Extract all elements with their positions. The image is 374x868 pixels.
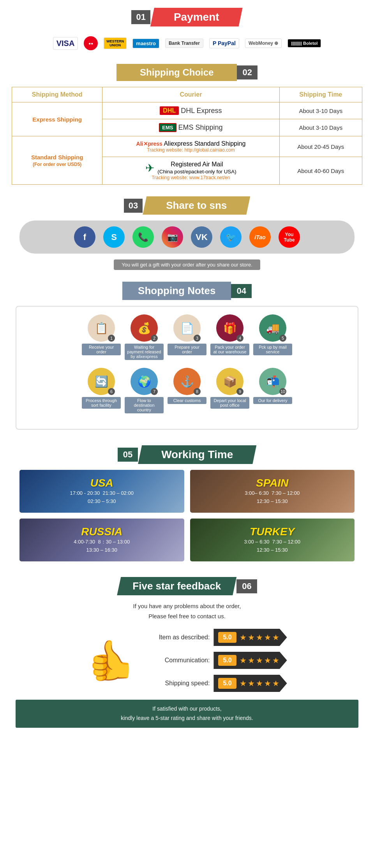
standard-shipping-label: Standard Shipping(For order over USD5) [12,136,102,185]
step-8: ⚓ 8 Clear customs [168,368,206,413]
facebook-icon[interactable]: f [74,226,95,248]
ali-tracking: Tracking website: http://global.cainiao.… [147,147,235,153]
ems-time: About 3-10 Days [279,119,362,136]
rating-shipping-stars: ★ ★ ★ ★ ★ [240,679,279,688]
step-10: 📬 10 Our for delivery [253,368,292,413]
payment-section: 01 Payment VISA ●● WESTERNUNION maestro … [0,0,374,60]
rating-described-stars: ★ ★ ★ ★ ★ [240,633,279,642]
step-4-icon: 🎁 4 [216,314,243,342]
notes-box: 📋 1 Receive your order 💰 2 Waiting for p… [16,306,358,430]
shopping-notes-section: Shopping Notes 04 📋 1 Receive your order… [0,274,374,438]
share-header: 03 Share to sns [12,196,362,215]
vk-icon[interactable]: VK [191,226,212,248]
feedback-title: Five star feedback [117,577,236,595]
share-title: Share to sns [143,196,250,215]
step-7-icon: 🌍 7 [131,368,158,395]
step-2: 💰 2 Waiting for payment released by alix… [125,314,164,360]
rating-item-described: Item as described: 5.0 ★ ★ ★ ★ ★ [147,629,287,646]
payment-icons-row: VISA ●● WESTERNUNION maestro Bank Transf… [0,32,374,54]
col-courier: Courier [102,87,279,102]
ali-name: Aliexpress Standard Shipping [164,140,245,147]
step-1-icon: 📋 1 [88,314,115,342]
social-bar: f S 📞 📷 VK 🐦 iTao YouTube [19,221,355,254]
rating-shipping-label: Shipping speed: [147,680,210,687]
feedback-section: Five star feedback 06 If you have any pr… [0,569,374,736]
express-dhl-row: Express Shipping DHL DHL Express About 3… [12,102,362,119]
airmail-logo: ✈ [145,162,154,175]
ali-logo: Ali✕press [136,141,162,147]
airmail-time: About 40-60 Days [279,157,362,185]
ems-courier-cell: EMS EMS Shipping [102,119,279,136]
ratings-list: Item as described: 5.0 ★ ★ ★ ★ ★ Communi… [147,629,287,692]
russia-card: RUSSIA 4:00-7:30 8：30 – 13:0013:30 – 16:… [19,519,184,561]
step-2-label: Waiting for payment released by alixexpr… [125,344,164,360]
feedback-header: Five star feedback 06 [12,577,362,595]
whatsapp-icon[interactable]: 📞 [132,226,154,248]
step-1: 📋 1 Receive your order [82,314,121,360]
notes-row1: 📋 1 Receive your order 💰 2 Waiting for p… [24,314,350,360]
feedback-footer-line2: kindly leave a 5-star rating and share w… [121,715,253,721]
rating-described-label: Item as described: [147,634,210,641]
ali-courier-cell: Ali✕press Aliexpress Standard Shipping T… [102,136,279,157]
standard-ali-row: Standard Shipping(For order over USD5) A… [12,136,362,157]
step-7: 🌍 7 Flow to destination country [125,368,164,413]
step-6-icon: 🔄 6 [88,368,115,395]
payment-header: 01 Payment [0,8,374,26]
russia-times: 4:00-7:30 8：30 – 13:0013:30 – 16:30 [23,538,180,554]
western-union-icon: WESTERNUNION [104,37,127,49]
turkey-card: TURKEY 3:00 – 6:30 7:30 – 12:0012:30 – 1… [190,519,355,561]
instagram-icon[interactable]: 📷 [162,226,183,248]
visa-icon: VISA [53,37,78,50]
spain-country: SPAIN [194,477,351,489]
rating-shipping-arrow: 5.0 ★ ★ ★ ★ ★ [213,675,287,692]
rating-shipping-score: 5.0 [218,678,236,689]
webmoney-icon: WebMoney ⊕ [245,39,282,48]
col-time: Shipping Time [279,87,362,102]
thumbs-up-icon: 👍 [87,637,136,683]
step-10-label: Our for delivery [253,397,292,404]
turkey-country: TURKEY [194,526,351,538]
rating-comm-score: 5.0 [218,655,236,666]
step-2-icon: 💰 2 [131,314,158,342]
step-5-icon: 🚚 5 [259,314,286,342]
shipping-section: Shipping Choice 02 Shipping Method Couri… [0,60,374,189]
share-section: 03 Share to sns f S 📞 📷 VK 🐦 iTao YouTub… [0,189,374,274]
step-8-icon: ⚓ 8 [173,368,201,395]
ems-name: EMS Shipping [178,123,223,132]
notes-title: Shopping Notes [122,282,231,300]
step-6-label: Process through sort facility [82,397,121,409]
express-shipping-label: Express Shipping [12,102,102,136]
share-num: 03 [124,199,143,213]
usa-times: 17:00 - 20:30 21:30 – 02:0002:30 – 5:30 [23,489,180,506]
itao-icon[interactable]: iTao [249,226,271,248]
ali-time: About 20-45 Days [279,136,362,157]
share-note: You will get a gift with your order afte… [114,259,260,270]
dhl-time: About 3-10 Days [279,102,362,119]
spain-times: 3:00– 6:30 7:30 – 12:0012:30 – 15:30 [194,489,351,506]
feedback-num: 06 [236,579,257,593]
working-time-section: 05 Working Time USA 17:00 - 20:30 21:30 … [0,438,374,569]
ems-logo: EMS [159,123,176,132]
rating-comm-label: Communication: [147,657,210,664]
notes-header: Shopping Notes 04 [12,282,362,300]
dhl-courier-cell: DHL DHL Express [102,102,279,119]
step-5-label: Pck up by mail service [253,344,292,355]
working-num: 05 [118,448,138,462]
step-9-label: Depart your local post office [210,397,249,409]
step-9-icon: 📦 9 [216,368,243,395]
russia-country: RUSSIA [23,526,180,538]
usa-card: USA 17:00 - 20:30 21:30 – 02:0002:30 – 5… [19,470,184,513]
airmail-name: Registered Air Mail(China post/epacket-o… [157,161,236,175]
rating-item-shipping: Shipping speed: 5.0 ★ ★ ★ ★ ★ [147,675,287,692]
dhl-name: DHL Express [181,107,222,115]
twitter-icon[interactable]: 🐦 [220,226,242,248]
step-3-label: Prepare your order [168,344,206,355]
feedback-footer: If satisfied with our products, kindly l… [16,700,358,728]
maestro-icon: maestro [132,39,159,48]
skype-icon[interactable]: S [103,226,125,248]
youtube-icon[interactable]: YouTube [279,226,300,248]
step-6: 🔄 6 Process through sort facility [82,368,121,413]
paypal-icon: P PayPal [209,38,239,48]
feedback-footer-line1: If satisfied with our products, [152,706,221,712]
step-3: 📄 3 Prepare your order [168,314,206,360]
